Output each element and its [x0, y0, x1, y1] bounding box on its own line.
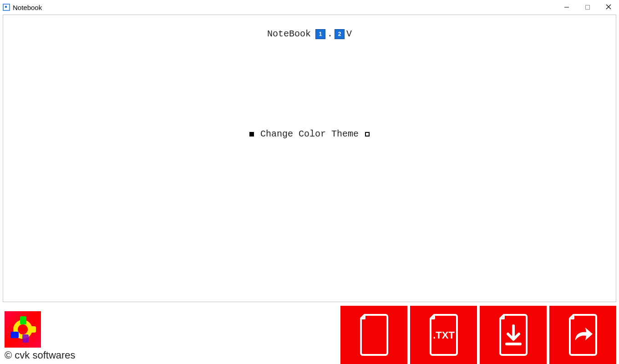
app-name-label: NoteBook — [267, 29, 311, 39]
window-title: Notebook — [13, 4, 42, 11]
footer-toolbar: .TXT — [340, 306, 619, 364]
change-theme-label: Change Color Theme — [260, 129, 359, 139]
document-share-icon — [564, 312, 602, 358]
bullet-hollow-icon — [365, 132, 370, 136]
notebook-app-icon — [3, 4, 10, 11]
download-document-button[interactable] — [480, 306, 547, 364]
main-content: NoteBook 1 . 2 V Change Color Theme — [3, 15, 616, 302]
copyright-label: © cvk softwares — [5, 349, 340, 361]
document-download-icon — [495, 312, 532, 358]
version-suffix: V — [346, 29, 352, 39]
cvk-logo-icon — [5, 311, 41, 348]
bullet-filled-icon — [249, 132, 254, 136]
version-minor-chip: 2 — [335, 29, 345, 39]
version-dot: . — [327, 29, 333, 39]
app-version-row: NoteBook 1 . 2 V — [3, 29, 616, 39]
footer: © cvk softwares .TXT — [0, 306, 619, 364]
footer-left: © cvk softwares — [0, 306, 340, 364]
maximize-icon — [585, 4, 590, 11]
document-blank-icon — [355, 312, 393, 358]
svg-rect-10 — [22, 334, 29, 343]
close-button[interactable] — [598, 0, 619, 15]
txt-badge-label: .TXT — [433, 329, 455, 341]
svg-rect-1 — [5, 6, 7, 8]
minimize-button[interactable] — [556, 0, 577, 15]
minimize-icon — [564, 4, 569, 11]
change-theme-row[interactable]: Change Color Theme — [3, 129, 616, 139]
close-icon — [606, 4, 611, 11]
svg-rect-3 — [586, 5, 590, 10]
txt-document-button[interactable]: .TXT — [410, 306, 477, 364]
share-document-button[interactable] — [549, 306, 616, 364]
new-document-button[interactable] — [340, 306, 407, 364]
titlebar: Notebook — [0, 0, 619, 15]
svg-rect-9 — [10, 332, 19, 338]
window-controls — [556, 0, 619, 15]
svg-rect-8 — [28, 326, 36, 333]
svg-rect-7 — [20, 316, 26, 324]
document-txt-icon: .TXT — [425, 312, 462, 358]
version-major-chip: 1 — [315, 29, 325, 39]
maximize-button[interactable] — [577, 0, 598, 15]
